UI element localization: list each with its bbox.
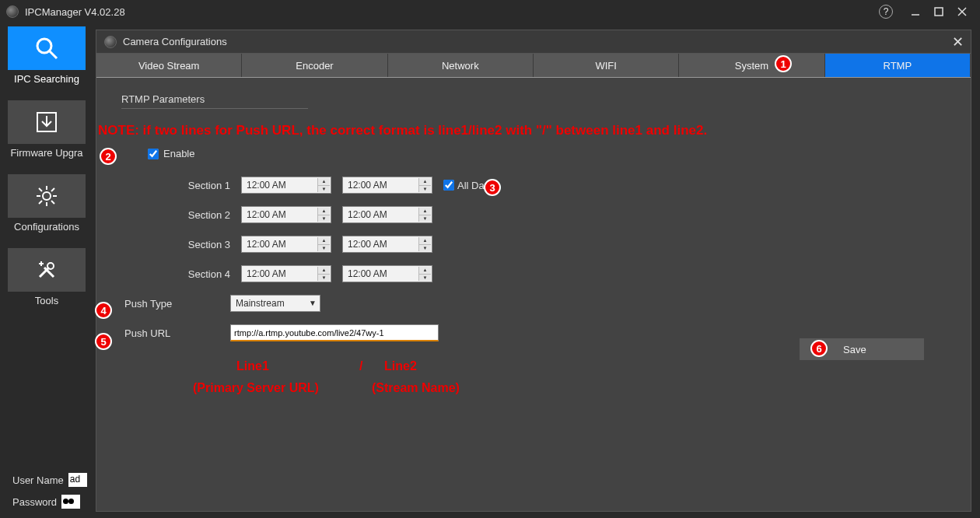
tab-encoder[interactable]: Encoder (242, 54, 387, 77)
annotation-badge-1: 1 (775, 55, 792, 72)
camera-config-panel: Camera Configurations ✕ Video Stream Enc… (96, 30, 971, 512)
close-button[interactable] (950, 2, 974, 21)
password-label: Password (12, 496, 57, 508)
section-label: Section 4 (168, 268, 230, 280)
annotation-line1: Line1 (236, 359, 269, 373)
sidebar-item-configurations[interactable]: Configurations (8, 174, 86, 233)
annotation-slash: / (359, 359, 362, 373)
tab-video-stream[interactable]: Video Stream (96, 54, 242, 77)
tab-rtmp[interactable]: RTMP (825, 54, 971, 77)
section-2-to[interactable]: 12:00 AM▲▼ (342, 206, 432, 223)
username-label: User Name (12, 474, 64, 486)
app-title: IPCManager V4.02.28 (25, 6, 125, 18)
svg-point-18 (47, 263, 54, 269)
svg-line-5 (50, 51, 57, 58)
svg-point-4 (37, 39, 51, 53)
annotation-badge-4: 4 (95, 302, 112, 319)
section-2-row: Section 2 12:00 AM▲▼ 12:00 AM▲▼ (168, 206, 946, 223)
sidebar-item-label: IPC Searching (14, 73, 79, 85)
rtmp-panel: RTMP Parameters NOTE: if two lines for P… (96, 78, 971, 369)
app-icon (6, 5, 19, 18)
sidebar-item-label: Configurations (14, 221, 79, 233)
sidebar-item-tools[interactable]: Tools (8, 248, 86, 306)
push-type-label: Push Type (124, 298, 187, 310)
gear-icon (35, 184, 58, 208)
camera-icon (104, 36, 117, 48)
push-url-input[interactable] (230, 324, 439, 341)
section-1-to[interactable]: 12:00 AM▲▼ (342, 177, 432, 194)
section-3-row: Section 3 12:00 AM▲▼ 12:00 AM▲▼ (168, 236, 946, 253)
search-icon (33, 35, 60, 61)
sidebar-item-label: Tools (35, 295, 58, 306)
download-icon (35, 110, 58, 134)
section-3-to[interactable]: 12:00 AM▲▼ (342, 236, 432, 253)
tab-wifi[interactable]: WIFI (534, 54, 679, 77)
annotation-badge-3: 3 (484, 179, 501, 196)
section-1-row: Section 1 12:00 AM▲▼ 12:00 AM▲▼ All Day (168, 177, 946, 194)
section-2-from[interactable]: 12:00 AM▲▼ (241, 206, 331, 223)
svg-rect-1 (935, 8, 943, 16)
panel-title: Camera Configurations (123, 36, 227, 47)
section-1-from[interactable]: 12:00 AM▲▼ (241, 177, 331, 194)
annotation-stream: (Stream Name) (372, 381, 460, 395)
sidebar: IPC Searching Firmware Upgra Configurati… (0, 23, 93, 518)
svg-line-14 (51, 201, 54, 204)
tab-network[interactable]: Network (388, 54, 534, 77)
push-url-label: Push URL (124, 327, 187, 339)
sidebar-footer: User Name ad Password (0, 465, 93, 518)
tab-system[interactable]: System (679, 54, 824, 77)
sidebar-item-label: Firmware Upgra (10, 147, 82, 159)
svg-line-16 (39, 201, 42, 204)
username-field[interactable]: ad (68, 473, 87, 487)
section-label: Section 2 (168, 209, 230, 221)
push-type-row: Push Type Mainstream▼ (168, 295, 946, 312)
help-icon[interactable]: ? (879, 5, 893, 19)
section-3-from[interactable]: 12:00 AM▲▼ (241, 236, 331, 253)
minimize-button[interactable] (904, 2, 927, 21)
push-type-select[interactable]: Mainstream▼ (230, 295, 320, 312)
titlebar: IPCManager V4.02.28 ? (0, 0, 980, 23)
section-label: Section 3 (168, 239, 230, 250)
password-field[interactable] (61, 495, 80, 509)
annotation-line2: Line2 (384, 359, 417, 373)
annotation-badge-2: 2 (100, 148, 117, 165)
save-label: Save (843, 344, 866, 355)
svg-line-15 (51, 188, 54, 191)
enable-checkbox[interactable] (148, 149, 159, 159)
section-title: RTMP Parameters (121, 93, 308, 109)
panel-close-button[interactable]: ✕ (944, 33, 971, 51)
section-4-to[interactable]: 12:00 AM▲▼ (342, 265, 432, 282)
save-button[interactable]: 6 Save (800, 338, 924, 360)
all-day-checkbox[interactable] (443, 180, 454, 191)
section-4-row: Section 4 12:00 AM▲▼ 12:00 AM▲▼ (168, 265, 946, 282)
sidebar-item-firmware-upgrade[interactable]: Firmware Upgra (8, 100, 86, 159)
enable-label: Enable (163, 148, 194, 159)
annotation-badge-6: 6 (810, 340, 828, 357)
tools-icon (35, 258, 58, 282)
panel-header: Camera Configurations ✕ (96, 30, 971, 54)
section-label: Section 1 (168, 180, 230, 191)
svg-line-13 (39, 188, 42, 191)
annotation-primary: (Primary Server URL) (193, 381, 319, 395)
config-tabs: Video Stream Encoder Network WIFI System… (96, 54, 971, 78)
maximize-button[interactable] (927, 2, 950, 21)
annotation-badge-5: 5 (95, 333, 112, 350)
svg-point-8 (43, 192, 51, 200)
annotation-note: NOTE: if two lines for Push URL, the cor… (98, 123, 707, 138)
section-4-from[interactable]: 12:00 AM▲▼ (241, 265, 331, 282)
sidebar-item-ipc-searching[interactable]: IPC Searching (8, 26, 86, 85)
enable-row: Enable (148, 148, 946, 159)
